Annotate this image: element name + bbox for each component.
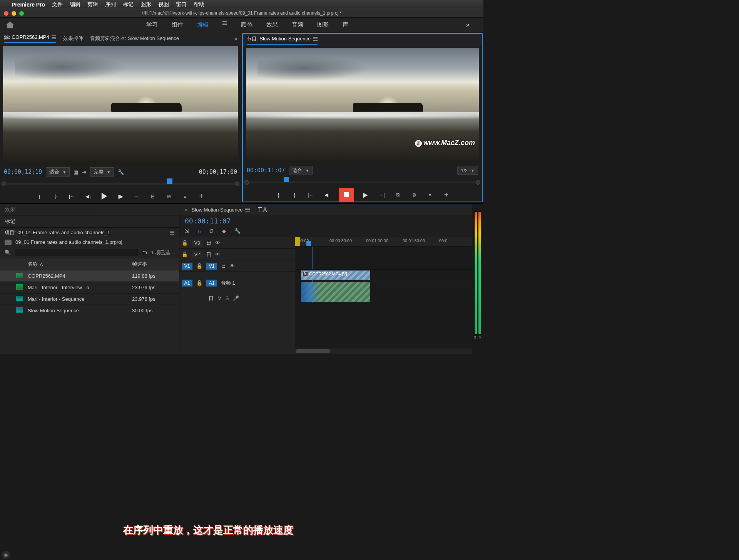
settings-icon[interactable]: ▦ [74, 169, 78, 175]
source-zoom-dropdown[interactable]: 适合▼ [46, 167, 70, 177]
tab-tools[interactable]: 工具 [257, 206, 268, 213]
program-scrubber[interactable] [247, 177, 478, 188]
close-tab-icon[interactable]: × [185, 207, 188, 213]
go-to-out-icon[interactable]: →| [377, 190, 386, 199]
bin-icon[interactable] [5, 240, 12, 245]
snap-icon[interactable]: ∩ [197, 228, 201, 234]
col-fps-header[interactable]: 帧速率 [132, 261, 174, 268]
nest-icon[interactable]: ⇲ [185, 228, 189, 234]
program-zoom-dropdown[interactable]: 适合▼ [289, 166, 313, 175]
tab-program[interactable]: 节目: Slow Motion Sequence [247, 35, 318, 45]
extract-icon[interactable]: ⎚ [410, 190, 419, 199]
v2-lane[interactable] [295, 258, 472, 269]
stop-button[interactable] [339, 188, 354, 202]
play-icon[interactable] [100, 192, 109, 201]
workspace-assembly[interactable]: 组件 [172, 21, 183, 28]
lock-icon[interactable]: 🔓 [196, 263, 202, 269]
table-row[interactable]: Mari - Interior - Interview - o 23.976 f… [0, 282, 179, 293]
go-to-out-icon[interactable]: →| [132, 192, 141, 201]
timeline-zoom-scrollbar[interactable] [295, 348, 472, 354]
workspace-color[interactable]: 颜色 [241, 21, 252, 28]
new-bin-icon[interactable]: 🗀 [142, 250, 147, 255]
step-forward-icon[interactable]: |▶ [116, 192, 125, 201]
menu-view[interactable]: 视图 [158, 1, 169, 8]
table-row[interactable]: Mari - Interior - Sequence 23.976 fps [0, 293, 179, 305]
voiceover-icon[interactable]: 🎤 [233, 295, 239, 301]
linked-selection-icon[interactable]: ⇵ [209, 228, 214, 234]
track-a1[interactable]: A1🔓A1音频 1 [179, 272, 295, 294]
go-to-in-icon[interactable]: |← [67, 192, 77, 201]
audio-clip[interactable] [301, 282, 370, 302]
overwrite-icon[interactable]: ⎚ [164, 192, 174, 201]
source-settings-icon[interactable]: 🔧 [118, 169, 124, 175]
menu-sequence[interactable]: 序列 [105, 1, 116, 8]
source-tabs-overflow-icon[interactable]: » [234, 36, 237, 42]
markers-panel-label[interactable]: 标记 [0, 216, 179, 228]
tab-source-menu-icon[interactable] [52, 35, 56, 39]
transport-overflow-icon[interactable]: » [426, 190, 435, 199]
source-playhead-icon[interactable] [167, 178, 172, 184]
program-monitor[interactable]: Zwww.MacZ.com [246, 48, 479, 162]
time-ruler[interactable]: :00:00 00:00:30:00 00:01:00:00 00:01:30:… [295, 237, 472, 246]
step-back-icon[interactable]: ◀| [323, 190, 332, 199]
v1-lane[interactable]: fxGOPR2562.MP4 [V] [295, 269, 472, 281]
program-timecode-in[interactable]: 00:00:11:07 [247, 167, 285, 174]
source-timecode-out[interactable]: 00;00;17;00 [199, 168, 237, 175]
timeline-settings-icon[interactable]: 🔧 [234, 228, 241, 234]
table-row[interactable]: GOPR2562.MP4 119.88 fps [0, 270, 179, 282]
source-scrubber[interactable] [4, 178, 237, 189]
mark-in-icon[interactable]: { [35, 192, 44, 201]
sequence-tab-menu-icon[interactable] [245, 208, 250, 212]
menu-window[interactable]: 窗口 [176, 1, 187, 8]
eye-icon[interactable]: 👁 [215, 252, 220, 257]
source-resolution-dropdown[interactable]: 完整▼ [90, 167, 114, 177]
toggle-output-icon[interactable]: 日 [209, 295, 214, 302]
step-forward-icon[interactable]: |▶ [361, 190, 370, 199]
home-icon[interactable] [6, 22, 14, 28]
track-v1[interactable]: V1🔓V1日👁 [179, 260, 295, 272]
mark-out-icon[interactable]: } [51, 192, 60, 201]
workspace-audio[interactable]: 音频 [292, 21, 303, 28]
tab-program-menu-icon[interactable] [313, 37, 318, 41]
toggle-output-icon[interactable]: 日 [206, 251, 211, 258]
lock-icon[interactable]: 🔓 [196, 280, 202, 286]
program-playhead-icon[interactable] [284, 177, 289, 182]
mute-button[interactable]: M [217, 295, 222, 301]
menu-graphics[interactable]: 图形 [140, 1, 151, 8]
timeline-tracks[interactable]: :00:00 00:00:30:00 00:01:00:00 00:01:30:… [295, 237, 472, 354]
lift-icon[interactable]: ⎘ [393, 190, 403, 199]
a1-lane[interactable] [295, 281, 472, 303]
toggle-output-icon[interactable]: 日 [221, 263, 226, 270]
menu-marker[interactable]: 标记 [123, 1, 134, 8]
source-monitor[interactable] [3, 46, 238, 164]
col-name-header[interactable]: 名称 ∧ [28, 261, 132, 268]
menu-file[interactable]: 文件 [52, 1, 63, 8]
v3-lane[interactable] [295, 246, 472, 258]
source-patch-a1[interactable]: A1 [182, 280, 192, 287]
transport-overflow-icon[interactable]: » [181, 192, 190, 201]
insert-icon[interactable]: ⎘ [148, 192, 157, 201]
eye-icon[interactable]: 👁 [215, 240, 220, 246]
step-back-icon[interactable]: ◀| [84, 192, 93, 201]
project-panel-title[interactable]: 项目: 09_01 Frame rates and audio channels… [5, 229, 110, 236]
track-label[interactable]: V2 [192, 251, 202, 258]
source-patch-v1[interactable]: V1 [182, 263, 192, 270]
track-v3[interactable]: 🔓V3日👁 [179, 237, 295, 248]
track-label[interactable]: V3 [192, 240, 202, 247]
menu-edit[interactable]: 编辑 [70, 1, 80, 8]
timeline-timecode[interactable]: 00:00:11:07 [185, 217, 231, 225]
source-timecode-in[interactable]: 00;00;12;19 [4, 168, 42, 175]
program-resolution-dropdown[interactable]: 1/2▼ [457, 167, 478, 175]
mark-in-icon[interactable]: { [274, 190, 283, 199]
tab-effect-controls[interactable]: 效果控件 [63, 35, 83, 42]
button-editor-icon[interactable]: + [197, 192, 206, 201]
project-panel-menu-icon[interactable] [170, 231, 174, 235]
eye-icon[interactable]: 👁 [230, 263, 235, 269]
go-to-in-icon[interactable]: |← [306, 190, 316, 199]
mark-out-icon[interactable]: } [290, 190, 299, 199]
button-editor-icon[interactable]: + [442, 190, 451, 199]
track-target-v1[interactable]: V1 [206, 263, 217, 270]
lock-icon[interactable]: 🔓 [182, 252, 188, 257]
workspace-editing[interactable]: 编辑 [197, 21, 209, 28]
workspace-effects[interactable]: 效果 [266, 21, 278, 28]
